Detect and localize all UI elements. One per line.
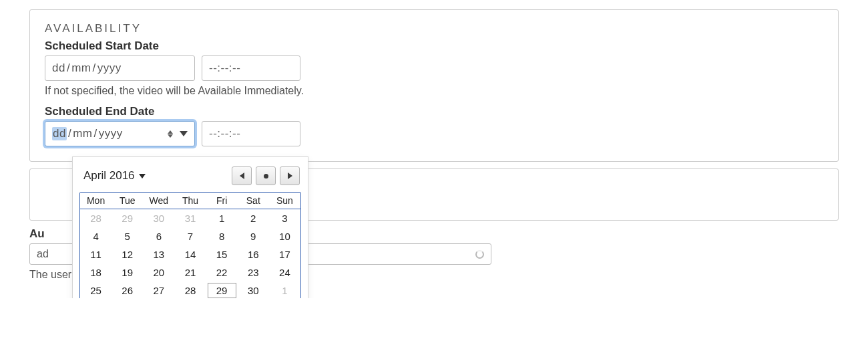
calendar-day[interactable]: 26: [112, 281, 143, 298]
calendar-day[interactable]: 12: [112, 245, 143, 263]
day-header: Sun: [269, 193, 300, 209]
calendar-day[interactable]: 30: [238, 281, 269, 298]
calendar-day[interactable]: 29: [206, 281, 238, 298]
calendar-day[interactable]: 4: [80, 227, 112, 245]
calendar-day[interactable]: 22: [206, 263, 238, 281]
start-date-label: Scheduled Start Date: [45, 39, 823, 53]
calendar-day[interactable]: 10: [269, 227, 300, 245]
availability-panel: AVAILABILITY Scheduled Start Date dd/mm/…: [29, 9, 839, 162]
calendar-day[interactable]: 31: [174, 209, 206, 227]
calendar-day[interactable]: 5: [112, 227, 143, 245]
start-date-helper: If not specified, the video will be Avai…: [45, 85, 823, 97]
calendar-day[interactable]: 27: [143, 281, 174, 298]
calendar-day[interactable]: 16: [238, 245, 269, 263]
next-month-button[interactable]: [280, 166, 300, 185]
day-header: Sat: [238, 193, 269, 209]
stepper-down-icon: [168, 134, 173, 138]
day-header: Thu: [174, 193, 206, 209]
calendar-day[interactable]: 3: [269, 209, 300, 227]
calendar-day[interactable]: 11: [80, 245, 112, 263]
chevron-left-icon: [240, 172, 244, 179]
today-button[interactable]: [256, 166, 276, 185]
calendar-day[interactable]: 30: [143, 209, 174, 227]
availability-heading: AVAILABILITY: [45, 22, 823, 35]
calendar-day[interactable]: 25: [80, 281, 112, 298]
month-year-selector[interactable]: April 2016: [83, 169, 146, 183]
start-date-input[interactable]: dd/mm/yyyy: [45, 55, 195, 81]
stepper-up-icon: [168, 130, 173, 134]
end-date-placeholder: dd/mm/yyyy: [52, 127, 123, 140]
end-date-input[interactable]: dd/mm/yyyy: [45, 121, 195, 146]
start-date-placeholder: dd/mm/yyyy: [52, 62, 122, 75]
calendar-day[interactable]: 14: [174, 245, 206, 263]
day-header: Tue: [112, 193, 143, 209]
calendar-day[interactable]: 15: [206, 245, 238, 263]
calendar-day[interactable]: 7: [174, 227, 206, 245]
calendar-day[interactable]: 23: [238, 263, 269, 281]
day-header: Wed: [143, 193, 174, 209]
calendar-day[interactable]: 19: [112, 263, 143, 281]
day-header: Mon: [80, 193, 112, 209]
end-time-input[interactable]: --:--:--: [202, 121, 300, 146]
chevron-right-icon: [288, 172, 292, 179]
date-picker-popup: April 2016 MonTueWedThuFriSatSun 2829303…: [72, 156, 308, 298]
calendar-day[interactable]: 8: [206, 227, 238, 245]
calendar-day[interactable]: 1: [269, 281, 300, 298]
calendar-day[interactable]: 24: [269, 263, 300, 281]
calendar-day[interactable]: 28: [80, 209, 112, 227]
calendar-day[interactable]: 2: [238, 209, 269, 227]
day-header: Fri: [206, 193, 238, 209]
calendar-day[interactable]: 20: [143, 263, 174, 281]
calendar-day[interactable]: 21: [174, 263, 206, 281]
calendar-toggle-icon[interactable]: [180, 131, 188, 136]
calendar-day[interactable]: 17: [269, 245, 300, 263]
calendar-day[interactable]: 28: [174, 281, 206, 298]
dot-icon: [264, 174, 268, 179]
calendar-day[interactable]: 1: [206, 209, 238, 227]
calendar-day[interactable]: 29: [112, 209, 143, 227]
calendar-day[interactable]: 13: [143, 245, 174, 263]
calendar-grid: MonTueWedThuFriSatSun 282930311234567891…: [79, 192, 301, 298]
calendar-day[interactable]: 9: [238, 227, 269, 245]
calendar-day[interactable]: 18: [80, 263, 112, 281]
start-time-input[interactable]: --:--:--: [202, 55, 300, 81]
loading-spinner-icon: [475, 250, 484, 259]
end-date-label: Scheduled End Date: [45, 105, 823, 118]
prev-month-button[interactable]: [232, 166, 252, 185]
calendar-day[interactable]: 6: [143, 227, 174, 245]
date-stepper[interactable]: [168, 128, 176, 140]
chevron-down-icon: [139, 174, 146, 179]
